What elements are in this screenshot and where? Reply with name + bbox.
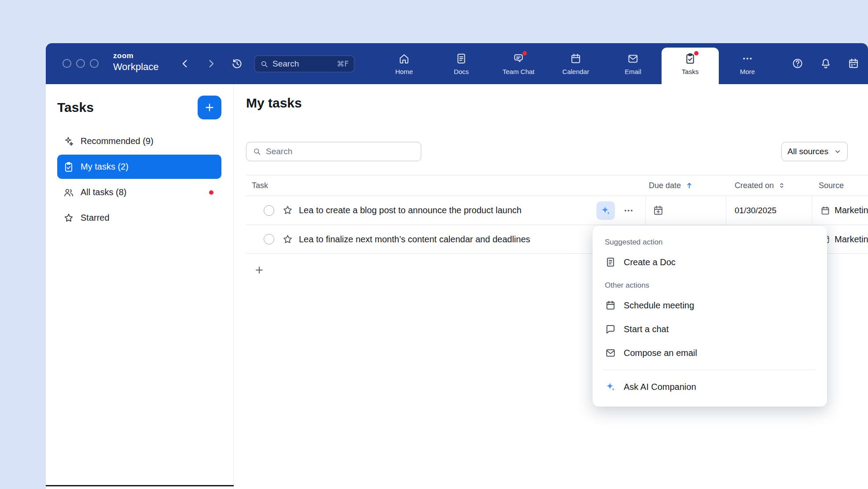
nav-tab-docs[interactable]: Docs	[433, 43, 490, 84]
nav-tab-calendar[interactable]: Calendar	[547, 43, 604, 84]
search-shortcut-hint: ⌘F	[337, 59, 349, 68]
sidebar-menu: Recommended (9) My tasks (2) All tasks (…	[46, 129, 233, 230]
add-due-date-button[interactable]	[652, 196, 664, 225]
created-on-value: 01/30/2025	[735, 196, 776, 225]
tasks-search-input[interactable]: Search	[246, 142, 421, 161]
more-actions-button[interactable]	[621, 196, 636, 225]
ai-sparkle-icon	[605, 381, 616, 393]
menu-item-schedule-meeting[interactable]: Schedule meeting	[592, 293, 827, 317]
history-button[interactable]	[231, 58, 243, 70]
star-task-button[interactable]	[282, 196, 294, 225]
team-chat-notification-dot	[522, 51, 527, 56]
new-task-button[interactable]	[198, 96, 221, 119]
table-header-row: Task Due date Created on	[246, 175, 868, 196]
menu-section-label: Suggested action	[592, 235, 827, 250]
menu-item-start-chat[interactable]: Start a chat	[592, 317, 827, 341]
sidebar-item-label: All tasks (8)	[81, 187, 126, 197]
nav-tab-home[interactable]: Home	[375, 43, 433, 84]
global-search-placeholder: Search	[272, 59, 333, 69]
task-title[interactable]: Lea to finalize next month’s content cal…	[299, 225, 530, 253]
task-row[interactable]: Lea to create a blog post to announce th…	[246, 196, 868, 225]
page-title: My tasks	[246, 96, 302, 111]
sidebar-item-label: Recommended (9)	[81, 136, 154, 146]
email-icon	[605, 347, 616, 359]
menu-divider	[603, 370, 817, 370]
tasks-icon	[684, 52, 696, 65]
window-minimize-button[interactable]	[76, 59, 85, 68]
window-controls	[63, 59, 99, 68]
sparkle-icon	[63, 136, 74, 147]
sidebar-item-label: Starred	[81, 213, 110, 223]
primary-navigation: Home Docs Team Chat	[375, 43, 776, 84]
sources-filter-value: All sources	[787, 147, 828, 156]
nav-tab-email[interactable]: Email	[604, 43, 662, 84]
back-button[interactable]	[179, 58, 191, 70]
sources-filter-dropdown[interactable]: All sources	[781, 142, 848, 161]
task-complete-checkbox[interactable]	[264, 205, 274, 216]
team-chat-icon	[512, 52, 525, 65]
menu-item-compose-email[interactable]: Compose an email	[592, 341, 827, 365]
task-complete-checkbox[interactable]	[264, 234, 274, 244]
sidebar-item-all-tasks[interactable]: All tasks (8)	[57, 180, 221, 204]
ai-companion-button[interactable]	[596, 201, 615, 220]
column-divider	[726, 196, 726, 225]
home-icon	[398, 52, 410, 65]
all-tasks-notification-dot	[209, 190, 213, 195]
app-header: zoom Workplace Search ⌘F	[46, 43, 868, 84]
doc-icon	[605, 256, 616, 268]
workplace-product-text: Workplace	[113, 62, 159, 72]
chat-bubble-icon	[605, 323, 616, 335]
column-header-task[interactable]: Task	[252, 175, 268, 196]
tasks-sidebar: Tasks Recommended (9)	[46, 84, 234, 489]
sort-ascending-icon[interactable]	[685, 181, 694, 190]
sidebar-item-my-tasks[interactable]: My tasks (2)	[57, 155, 221, 179]
column-header-due-date[interactable]: Due date	[649, 175, 694, 196]
notifications-bell-button[interactable]	[820, 57, 832, 70]
column-divider	[812, 196, 812, 225]
docs-icon	[455, 52, 467, 65]
column-header-created-on[interactable]: Created on	[735, 175, 786, 196]
menu-item-create-doc[interactable]: Create a Doc	[592, 250, 827, 274]
add-task-button[interactable]	[250, 261, 268, 279]
menu-section-label: Other actions	[592, 274, 827, 293]
star-icon	[63, 212, 74, 224]
search-icon	[253, 147, 261, 156]
source-cell[interactable]: Marketing	[820, 196, 868, 225]
global-search[interactable]: Search ⌘F	[254, 56, 354, 72]
my-tasks-icon	[63, 161, 74, 173]
nav-tab-more[interactable]: More	[719, 43, 776, 84]
my-tasks-panel: My tasks Search All sources Task	[234, 84, 868, 489]
source-doc-icon	[820, 205, 831, 216]
people-icon	[63, 187, 74, 198]
calendar-icon	[605, 300, 616, 311]
desktop-background: zoom Workplace Search ⌘F	[0, 0, 868, 489]
sidebar-item-starred[interactable]: Starred	[57, 206, 221, 230]
window-close-button[interactable]	[63, 59, 71, 68]
zoom-workplace-logo: zoom Workplace	[113, 52, 159, 72]
task-title[interactable]: Lea to create a blog post to announce th…	[299, 196, 522, 225]
column-header-source[interactable]: Source	[819, 175, 844, 196]
source-cell[interactable]: Marketing	[820, 225, 868, 253]
forward-button[interactable]	[205, 58, 217, 70]
more-icon	[741, 52, 754, 65]
sidebar-title: Tasks	[57, 100, 94, 115]
plus-icon	[204, 102, 215, 113]
source-label: Marketing	[835, 205, 868, 215]
help-button[interactable]	[791, 57, 804, 70]
suggested-actions-menu: Suggested action Create a Doc Other acti…	[592, 226, 827, 407]
source-label: Marketing	[835, 234, 868, 244]
ai-sparkle-icon	[600, 205, 611, 216]
zoom-brand-text: zoom	[113, 52, 159, 59]
sidebar-item-recommended[interactable]: Recommended (9)	[57, 129, 221, 153]
sort-toggle-icon[interactable]	[778, 182, 786, 189]
window-bottom-edge	[46, 485, 234, 486]
email-icon	[627, 52, 639, 65]
search-icon	[260, 60, 268, 68]
menu-item-ask-ai-companion[interactable]: Ask AI Companion	[592, 375, 827, 399]
nav-tab-tasks[interactable]: Tasks	[662, 48, 719, 84]
window-zoom-button[interactable]	[90, 59, 99, 68]
nav-tab-team-chat[interactable]: Team Chat	[490, 43, 547, 84]
calendar-icon	[570, 52, 582, 65]
schedule-calendar-button[interactable]	[847, 57, 860, 70]
star-task-button[interactable]	[282, 225, 294, 253]
